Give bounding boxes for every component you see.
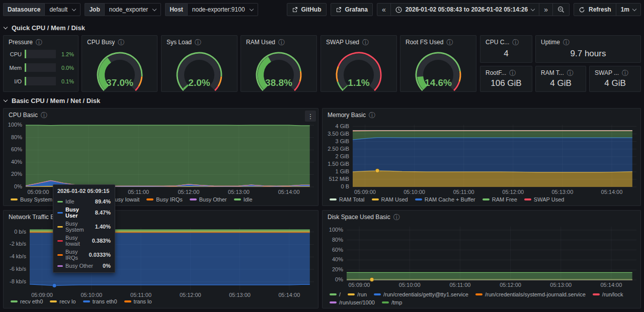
legend-item[interactable]: Busy Other: [190, 196, 227, 202]
series-swatch: [234, 198, 241, 200]
legend-label: Idle: [244, 196, 253, 202]
chart-tooltip: 2026-01-02 05:09:15 Idle89.4% Busy User8…: [53, 184, 115, 273]
info-icon[interactable]: ⓘ: [195, 39, 201, 46]
legend-item[interactable]: /: [330, 291, 341, 297]
legend-item[interactable]: Idle: [234, 196, 253, 202]
plot-area[interactable]: [6, 227, 317, 299]
info-icon[interactable]: ⓘ: [118, 39, 124, 46]
grafana-link[interactable]: Grafana: [331, 3, 373, 16]
gauge-value: 14.6%: [425, 77, 452, 88]
x-axis-label: 05:13:00: [222, 189, 256, 195]
datasource-selector[interactable]: Datasource default: [3, 3, 80, 16]
info-icon[interactable]: ⓘ: [622, 70, 628, 76]
info-icon[interactable]: ⓘ: [278, 39, 285, 46]
panel-header[interactable]: SWAP Usedⓘ: [321, 36, 396, 46]
legend-item[interactable]: trans eth0: [83, 298, 117, 304]
legend-item[interactable]: recv lo: [50, 298, 75, 304]
plot-area[interactable]: [325, 124, 639, 196]
refresh-interval-dropdown[interactable]: 1m: [616, 3, 641, 16]
chevron-down-icon: [72, 7, 76, 11]
x-axis-label: 05:11:00: [124, 292, 158, 298]
series-area: [347, 272, 632, 280]
info-icon[interactable]: ⓘ: [446, 39, 453, 46]
legend-item[interactable]: /run/lock: [593, 291, 623, 297]
legend-item[interactable]: RAM Free: [482, 196, 517, 202]
legend-item[interactable]: RAM Cache + Buffer: [415, 196, 475, 202]
bar-gauge: [25, 77, 56, 85]
bar-gauge: [25, 50, 56, 58]
legend-label: Busy System: [20, 196, 52, 202]
legend-item[interactable]: SWAP Used: [524, 196, 565, 202]
series-swatch: [415, 198, 422, 200]
legend-item[interactable]: Busy IRQs: [146, 196, 183, 202]
info-icon[interactable]: ⓘ: [393, 214, 400, 221]
info-icon[interactable]: ⓘ: [567, 70, 574, 76]
cpu-cores-value: 4: [480, 49, 532, 59]
x-axis-label: 05:11:00: [121, 189, 155, 195]
panel-header[interactable]: CPU Busyⓘ: [82, 36, 157, 46]
disk-space-chart[interactable]: 0%20%40%60%80%100%05:09:0005:10:0005:11:…: [325, 226, 639, 289]
legend-item[interactable]: RAM Total: [330, 196, 365, 202]
legend-item[interactable]: /run/credentials/getty@tty1.service: [374, 291, 468, 297]
legend-item[interactable]: /run: [348, 291, 367, 297]
plot-area[interactable]: [6, 124, 317, 196]
job-label: Job: [85, 3, 104, 16]
info-icon[interactable]: ⓘ: [369, 112, 375, 119]
info-icon[interactable]: ⓘ: [509, 70, 516, 76]
legend-label: SWAP Used: [534, 196, 565, 202]
series-swatch: [524, 198, 531, 200]
panel-root-fs-used: Root FS Usedⓘ 14.6%: [400, 35, 476, 92]
memory-basic-chart[interactable]: 0 B512 MiB1 GiB1.50 GiB2 GiB2.50 GiB3 Gi…: [325, 124, 639, 196]
panel-header[interactable]: RootF...ⓘ: [480, 66, 532, 76]
panel-network-traffic-basic: Network Traffic Basicⓘ 0 b/s-2 kb/s-4 kb…: [3, 210, 318, 308]
refresh-button[interactable]: Refresh: [574, 3, 616, 16]
section-basic-cpu-mem-net-disk[interactable]: Basic CPU / Mem / Net / Disk: [4, 97, 100, 105]
legend-item[interactable]: recv eth0: [11, 298, 43, 304]
panel-header[interactable]: Uptimeⓘ: [536, 36, 640, 46]
legend-label: RAM Total: [339, 196, 365, 202]
info-icon[interactable]: ⓘ: [362, 39, 369, 46]
panel-header[interactable]: Root FS Usedⓘ: [400, 36, 476, 46]
series-swatch: [83, 300, 90, 302]
time-shift-back-button[interactable]: «: [377, 3, 391, 16]
panel-header[interactable]: Memory Basicⓘ: [323, 109, 640, 119]
panel-header[interactable]: CPU C...ⓘ: [480, 36, 532, 46]
legend-item[interactable]: Busy System: [11, 196, 52, 202]
legend-item[interactable]: /tmp: [382, 299, 402, 305]
time-range-button[interactable]: 2026-01-02 05:08:43 to 2026-01-02 05:14:…: [390, 3, 540, 16]
top-bar: Datasource default Job node_exporter Hos…: [0, 0, 644, 19]
info-icon[interactable]: ⓘ: [563, 39, 570, 46]
job-selector[interactable]: Job node_exporter: [85, 3, 161, 16]
info-icon[interactable]: ⓘ: [36, 39, 42, 46]
x-axis-label: 05:11:00: [447, 189, 481, 195]
panel-header[interactable]: Sys Loadⓘ: [162, 36, 237, 46]
network-traffic-chart[interactable]: 0 b/s-2 kb/s-4 kb/s-6 kb/s-8 kb/s05:09:0…: [6, 227, 317, 299]
series-swatch: [124, 300, 131, 302]
legend-item[interactable]: trans lo: [124, 298, 152, 304]
panel-header[interactable]: RAM Usedⓘ: [241, 36, 316, 46]
info-icon[interactable]: ⓘ: [41, 112, 47, 119]
panel-header[interactable]: Pressureⓘ: [4, 36, 78, 46]
panel-header[interactable]: Network Traffic Basicⓘ: [4, 211, 318, 221]
info-icon[interactable]: ⓘ: [512, 39, 519, 46]
github-link[interactable]: GitHub: [287, 3, 327, 16]
plot-area[interactable]: [325, 226, 639, 289]
zoom-out-button[interactable]: [552, 3, 570, 16]
time-shift-forward-button[interactable]: »: [539, 3, 553, 16]
legend-item[interactable]: RAM Used: [372, 196, 408, 202]
legend-item[interactable]: /run/user/1000: [330, 299, 375, 305]
panel-header[interactable]: SWAP ...ⓘ: [590, 66, 640, 76]
section-quick-cpu-mem-disk[interactable]: Quick CPU / Mem / Disk: [4, 24, 85, 32]
legend-item[interactable]: /run/credentials/systemd-journald.servic…: [475, 291, 586, 297]
panel-menu-icon[interactable]: ⋮: [305, 111, 316, 122]
series-swatch: [593, 293, 600, 295]
panel-header[interactable]: CPU Basicⓘ: [4, 109, 318, 119]
panel-header[interactable]: Disk Space Used Basicⓘ: [323, 211, 640, 221]
host-selector[interactable]: Host node-exporter:9100: [165, 3, 258, 16]
cpu-basic-chart[interactable]: 0%20%40%60%80%100%05:09:0005:10:0005:11:…: [6, 124, 317, 196]
panel-header[interactable]: RAM T...ⓘ: [536, 66, 586, 76]
tooltip-timestamp: 2026-01-02 05:09:15: [53, 185, 115, 197]
uptime-value: 9.7 hours: [536, 49, 640, 59]
panel-swap-used: SWAP Usedⓘ 1.1%: [320, 35, 397, 92]
legend-label: recv eth0: [20, 298, 43, 304]
